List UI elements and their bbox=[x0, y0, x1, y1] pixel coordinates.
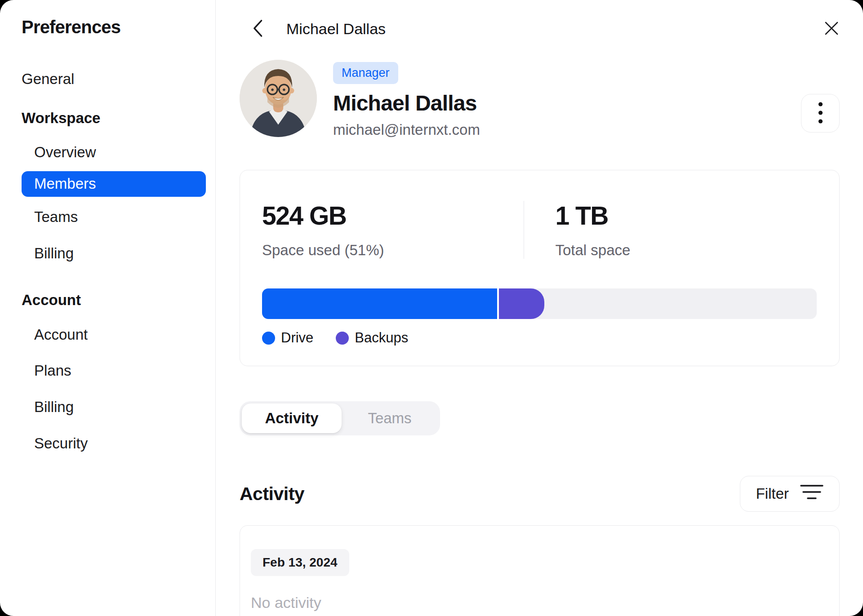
space-used-stat: 524 GB Space used (51%) bbox=[262, 201, 524, 259]
page-title: Michael Dallas bbox=[286, 20, 386, 38]
sidebar-item-plans[interactable]: Plans bbox=[34, 363, 206, 379]
sidebar-item-members[interactable]: Members bbox=[22, 171, 206, 197]
sidebar-nav: General Workspace Overview Members Teams… bbox=[22, 71, 206, 451]
backups-legend-dot bbox=[336, 332, 349, 345]
filter-button-label: Filter bbox=[756, 485, 789, 502]
sidebar-item-security[interactable]: Security bbox=[34, 436, 206, 452]
backups-usage-segment bbox=[499, 288, 544, 319]
sidebar-title: Preferences bbox=[22, 17, 206, 37]
detail-tabs: Activity Teams bbox=[240, 401, 440, 435]
filter-lines-icon bbox=[800, 483, 823, 505]
legend-item-drive: Drive bbox=[262, 330, 313, 346]
drive-legend-dot bbox=[262, 332, 275, 345]
total-space-stat: 1 TB Total space bbox=[524, 201, 817, 259]
activity-date-badge: Feb 13, 2024 bbox=[251, 549, 349, 576]
detail-header: Michael Dallas bbox=[240, 19, 840, 39]
space-used-value: 524 GB bbox=[262, 201, 524, 230]
preferences-modal: Preferences General Workspace Overview M… bbox=[0, 0, 863, 616]
close-button[interactable] bbox=[820, 17, 843, 40]
sidebar: Preferences General Workspace Overview M… bbox=[0, 0, 216, 616]
space-used-label: Space used (51%) bbox=[262, 242, 524, 259]
member-email: michael@internxt.com bbox=[333, 121, 480, 138]
activity-empty-text: No activity bbox=[251, 594, 827, 612]
storage-usage-card: 524 GB Space used (51%) 1 TB Total space… bbox=[240, 170, 840, 366]
member-detail-panel: Michael Dallas bbox=[216, 0, 863, 616]
sidebar-item-account-billing[interactable]: Billing bbox=[34, 399, 206, 415]
sidebar-item-teams[interactable]: Teams bbox=[34, 209, 206, 225]
chevron-left-icon bbox=[251, 19, 264, 39]
sidebar-item-workspace-billing[interactable]: Billing bbox=[34, 246, 206, 261]
drive-legend-label: Drive bbox=[281, 330, 313, 346]
tab-teams[interactable]: Teams bbox=[342, 403, 438, 433]
sidebar-section-workspace: Workspace bbox=[22, 111, 206, 126]
usage-legend: Drive Backups bbox=[262, 330, 817, 346]
member-name: Michael Dallas bbox=[333, 91, 480, 115]
legend-item-backups: Backups bbox=[336, 330, 408, 346]
activity-heading: Activity bbox=[240, 483, 304, 505]
total-space-value: 1 TB bbox=[556, 201, 817, 230]
tab-activity[interactable]: Activity bbox=[242, 403, 342, 433]
member-profile: Manager Michael Dallas michael@internxt.… bbox=[240, 60, 840, 138]
total-space-label: Total space bbox=[556, 242, 817, 259]
role-badge: Manager bbox=[333, 62, 398, 84]
activity-header-row: Activity Filter bbox=[240, 476, 840, 512]
member-info: Manager Michael Dallas michael@internxt.… bbox=[333, 60, 480, 138]
member-options-button[interactable] bbox=[801, 94, 840, 133]
sidebar-item-overview[interactable]: Overview bbox=[34, 145, 206, 160]
backups-legend-label: Backups bbox=[355, 330, 408, 346]
kebab-menu-icon bbox=[818, 102, 823, 125]
sidebar-section-account: Account bbox=[22, 292, 206, 308]
storage-stats: 524 GB Space used (51%) 1 TB Total space bbox=[262, 201, 817, 259]
back-button[interactable] bbox=[248, 19, 267, 39]
sidebar-item-general[interactable]: General bbox=[22, 71, 206, 87]
filter-button[interactable]: Filter bbox=[740, 476, 840, 512]
activity-list-card: Feb 13, 2024 No activity bbox=[240, 525, 840, 616]
avatar bbox=[240, 60, 317, 137]
sidebar-item-account[interactable]: Account bbox=[34, 327, 206, 343]
drive-usage-segment bbox=[262, 288, 497, 319]
storage-progress-bar bbox=[262, 288, 817, 319]
close-icon bbox=[823, 20, 840, 38]
